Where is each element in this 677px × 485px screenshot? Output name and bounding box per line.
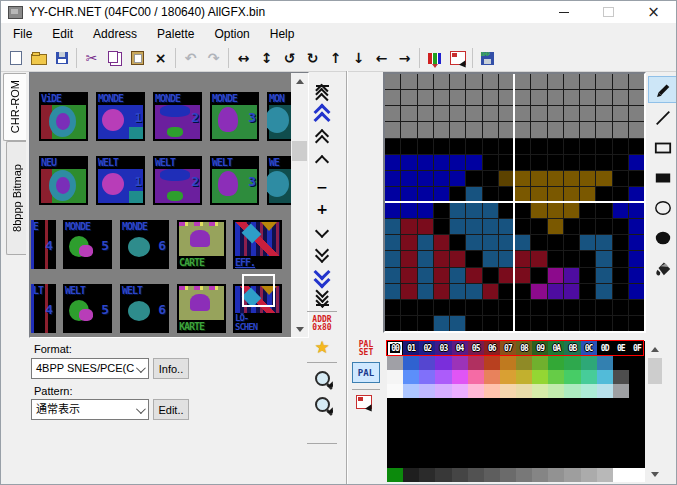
edit-button[interactable]: Edit.. <box>153 399 189 420</box>
palette-swatch-r3-c0[interactable] <box>387 384 403 398</box>
palette-swatch-r1-c2[interactable] <box>419 356 435 370</box>
palette-swatch-r2-c4[interactable] <box>452 370 468 384</box>
palette-rgb-button[interactable] <box>423 47 446 70</box>
paste-button[interactable] <box>126 47 149 70</box>
delete-button[interactable]: × <box>149 47 172 70</box>
palette-swatch-r1-c4[interactable] <box>452 356 468 370</box>
panel-splitter[interactable] <box>346 71 347 485</box>
palette-swatch-r4-c9[interactable] <box>532 398 548 412</box>
palette-swatch-r4-c3[interactable] <box>435 398 451 412</box>
palette-swatch-r1-c0[interactable] <box>387 356 403 370</box>
tab-8bpp-bitmap[interactable]: 8bppp Bitmap <box>6 141 26 255</box>
palette-swatch-r8-c6[interactable] <box>484 454 500 468</box>
palette-swatch-r4-c1[interactable] <box>403 398 419 412</box>
palette-swatch-r2-c7[interactable] <box>500 370 516 384</box>
palette-swatch-r7-c14[interactable] <box>613 440 629 454</box>
palette-swatch-r9-c11[interactable] <box>564 468 580 482</box>
palette-swatch-r2-c10[interactable] <box>548 370 564 384</box>
palette-swatch-r4-c11[interactable] <box>564 398 580 412</box>
plus-button[interactable]: + <box>307 200 337 218</box>
palette-swatch-r2-c1[interactable] <box>403 370 419 384</box>
palette-swatch-r5-c0[interactable] <box>387 412 403 426</box>
palette-swatch-r9-c8[interactable] <box>516 468 532 482</box>
tile-karte[interactable]: KARTE <box>177 284 226 333</box>
tile-monde6[interactable]: MONDE6 <box>120 220 169 269</box>
tile-lt4[interactable]: LT4 <box>31 284 56 333</box>
palette-swatch-r8-c0[interactable] <box>387 454 403 468</box>
palette-swatch-r1-c7[interactable] <box>500 356 516 370</box>
palette-swatch-r4-c12[interactable] <box>581 398 597 412</box>
palette-swatch-r6-c15[interactable] <box>629 426 645 440</box>
palette-swatch-r6-c4[interactable] <box>452 426 468 440</box>
palette-swatch-r6-c0[interactable] <box>387 426 403 440</box>
palette-swatch-r4-c0[interactable] <box>387 398 403 412</box>
jump-bottom-button[interactable] <box>307 289 337 307</box>
maximize-button[interactable] <box>586 1 631 23</box>
tile-we[interactable]: WE <box>267 156 291 205</box>
tile-monde3[interactable]: MONDE3 <box>210 92 259 141</box>
palette-swatch-r3-c15[interactable] <box>629 384 645 398</box>
tab-chr-rom[interactable]: CHR-ROM <box>3 73 26 141</box>
palette-swatch-r5-c10[interactable] <box>548 412 564 426</box>
palette-swatch-r7-c12[interactable] <box>581 440 597 454</box>
tile-welt6[interactable]: WELT6 <box>120 284 169 333</box>
open-button[interactable] <box>27 47 50 70</box>
palette-swatch-r8-c14[interactable] <box>613 454 629 468</box>
palette-scroll-up-button[interactable] <box>647 341 663 357</box>
palette-index-01[interactable]: 01 <box>403 341 419 356</box>
tile-monde2[interactable]: MONDE2 <box>153 92 202 141</box>
tile-vide[interactable]: ViDE <box>39 92 88 141</box>
palette-swatch-r6-c10[interactable] <box>548 426 564 440</box>
copy-button[interactable] <box>103 47 126 70</box>
palette-swatch-r4-c4[interactable] <box>452 398 468 412</box>
palette-swatch-r5-c3[interactable] <box>435 412 451 426</box>
palette-swatch-r8-c2[interactable] <box>419 454 435 468</box>
palette-swatch-r5-c1[interactable] <box>403 412 419 426</box>
palette-swatch-r1-c3[interactable] <box>435 356 451 370</box>
palette-swatch-r8-c13[interactable] <box>597 454 613 468</box>
tile-neu[interactable]: NEU <box>39 156 88 205</box>
palette-index-02[interactable]: 02 <box>419 341 435 356</box>
palette-swatch-r1-c11[interactable] <box>564 356 580 370</box>
info-button[interactable]: Info.. <box>153 358 189 379</box>
palette-swatch-r8-c4[interactable] <box>452 454 468 468</box>
palette-swatch-r7-c5[interactable] <box>468 440 484 454</box>
minimize-button[interactable] <box>541 1 586 23</box>
palette-swatch-r8-c7[interactable] <box>500 454 516 468</box>
palette-swatch-r6-c12[interactable] <box>581 426 597 440</box>
menu-address[interactable]: Address <box>83 24 147 44</box>
palette-index-04[interactable]: 04 <box>452 341 468 356</box>
palette-swatch-r7-c1[interactable] <box>403 440 419 454</box>
palette-swatch-r9-c15[interactable] <box>629 468 645 482</box>
palette-swatch-r8-c8[interactable] <box>516 454 532 468</box>
palette-swatch-r3-c3[interactable] <box>435 384 451 398</box>
palette-swatch-r5-c9[interactable] <box>532 412 548 426</box>
palette-swatch-r7-c11[interactable] <box>564 440 580 454</box>
palette-index-0E[interactable]: 0E <box>613 341 629 356</box>
palette-swatch-r3-c2[interactable] <box>419 384 435 398</box>
palette-swatch-r3-c11[interactable] <box>564 384 580 398</box>
palette-swatch-r8-c5[interactable] <box>468 454 484 468</box>
palette-swatch-r6-c2[interactable] <box>419 426 435 440</box>
page-up-button[interactable] <box>307 130 337 148</box>
palette-swatch-r9-c7[interactable] <box>500 468 516 482</box>
palette-swatch-r3-c13[interactable] <box>597 384 613 398</box>
palette-swatch-r9-c10[interactable] <box>548 468 564 482</box>
palette-swatch-r3-c6[interactable] <box>484 384 500 398</box>
palette-swatch-r9-c12[interactable] <box>581 468 597 482</box>
menu-edit[interactable]: Edit <box>42 24 83 44</box>
flip-vertical-button[interactable]: ↕ <box>255 47 278 70</box>
tile-eff[interactable]: EFF. <box>233 220 282 269</box>
palette-swatch-r2-c13[interactable] <box>597 370 613 384</box>
palette-swatch-r7-c3[interactable] <box>435 440 451 454</box>
menu-file[interactable]: File <box>3 24 42 44</box>
palette-swatch-r6-c14[interactable] <box>613 426 629 440</box>
palette-swatch-r5-c5[interactable] <box>468 412 484 426</box>
tile-carte[interactable]: CARTE <box>177 220 226 269</box>
palette-swatch-r2-c3[interactable] <box>435 370 451 384</box>
palette-swatch-r1-c9[interactable] <box>532 356 548 370</box>
save-button[interactable] <box>50 47 73 70</box>
palette-scrollbar-thumb[interactable] <box>648 358 662 384</box>
palette-swatch-r6-c9[interactable] <box>532 426 548 440</box>
tile-monde1[interactable]: MONDE1 <box>96 92 145 141</box>
